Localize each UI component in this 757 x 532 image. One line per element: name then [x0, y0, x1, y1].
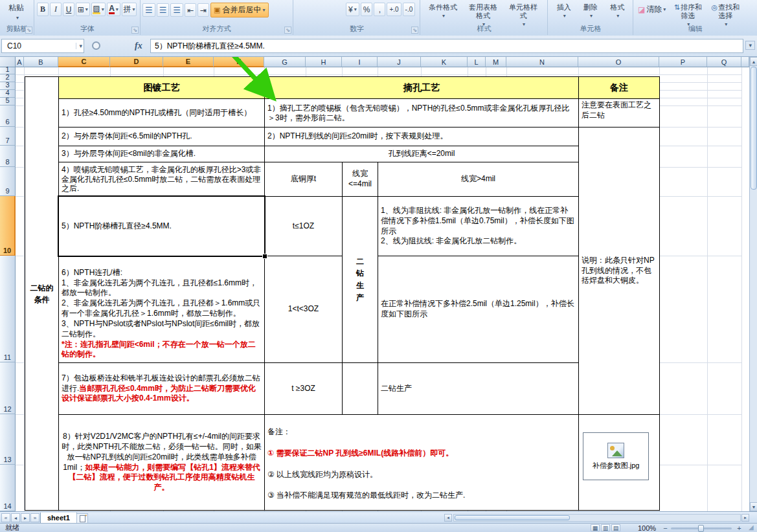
column-header-E[interactable]: E [163, 57, 214, 67]
increase-decimal-button[interactable]: +.0 [387, 3, 401, 16]
formula-input[interactable]: 5）NPTH阶梯槽孔直径≥4.5MM. [150, 39, 743, 53]
hscroll-thumb[interactable] [455, 515, 570, 520]
format-cells-button[interactable]: 格式▾ [606, 3, 629, 21]
tab-scroll-last-button[interactable]: » [30, 513, 40, 522]
normal-view-button[interactable]: ▦ [591, 524, 600, 531]
vscroll-thumb[interactable] [751, 67, 757, 190]
column-header-partial[interactable] [741, 57, 749, 67]
resize-grip-icon[interactable]: ◢ [749, 524, 756, 531]
align-right-button[interactable]: ☰ [170, 3, 183, 17]
tab-scroll-first-button[interactable]: « [1, 513, 10, 522]
insert-cells-button[interactable]: 插入▾ [552, 3, 575, 21]
row-header-14[interactable]: 14 [0, 465, 16, 511]
vertical-scrollbar[interactable]: ▲ ▼ [749, 57, 757, 511]
name-box[interactable]: C10 ▾ [1, 39, 84, 53]
paste-dropdown-icon[interactable]: ▾ [16, 15, 19, 21]
page-layout-view-button[interactable]: ▥ [601, 524, 610, 531]
header-remark[interactable]: 备注 [578, 76, 660, 99]
embedded-object[interactable]: 补偿参数图.jpg [583, 432, 649, 480]
alignment-dialog-launcher-icon[interactable]: ⇘ [284, 27, 291, 34]
vscroll-up-button[interactable]: ▲ [750, 57, 757, 66]
fill-handle[interactable] [262, 254, 267, 259]
zoom-slider[interactable] [671, 527, 732, 529]
cell-hole-r1[interactable]: 1）摘孔工艺的喷锡板（包含无铅喷锡），NPTH的孔径≤0.5mm或非金属化孔板厚… [264, 98, 579, 127]
column-header-I[interactable]: I [342, 57, 378, 67]
decrease-indent-button[interactable]: ⇤ [185, 3, 196, 17]
clipboard-dialog-launcher-icon[interactable]: ⇘ [25, 27, 32, 34]
align-left-button[interactable]: ☰ [142, 3, 155, 17]
zoom-slider-thumb[interactable] [698, 525, 704, 532]
column-header-D[interactable]: D [110, 57, 163, 67]
column-header-F[interactable]: F [214, 57, 264, 67]
cell-r7-empty[interactable] [342, 362, 378, 415]
cell-plating-r4[interactable]: 4）喷锡或无铅喷锡工艺，非金属化孔的板厚孔径比>3或非金属化孔钻孔孔径≤0.5m… [58, 162, 265, 197]
column-header-K[interactable]: K [421, 57, 468, 67]
column-header-N[interactable]: N [506, 57, 578, 67]
cell-plating-r1[interactable]: 1）孔径≥4.50mm的NPTH孔或槽孔（同时适用于槽长） [58, 98, 265, 127]
insert-worksheet-button[interactable] [76, 513, 88, 524]
row-header-12[interactable]: 12 [0, 362, 16, 414]
header-plating-process[interactable]: 图镀工艺 [58, 76, 265, 99]
cell-plating-r5-selected[interactable]: 5）NPTH阶梯槽孔直径≥4.5MM. [58, 196, 265, 256]
cell-plating-r7[interactable]: 7）包边板桥连处和铣半孔板连处设计的邮票孔必须放二钻进行.当邮票孔孔径≤0.4m… [58, 362, 265, 415]
formula-bar-expand-icon[interactable]: ▾ [745, 41, 755, 50]
increase-indent-button[interactable]: ⇥ [198, 3, 209, 17]
column-header-B[interactable]: B [24, 57, 58, 67]
decrease-decimal-button[interactable]: -.0 [403, 3, 416, 16]
column-header-L[interactable]: L [468, 57, 486, 67]
insert-function-button[interactable] [92, 41, 100, 50]
conditional-formatting-button[interactable]: 条件格式▾ [425, 3, 461, 21]
align-center-button[interactable]: ☰ [157, 3, 170, 17]
cell-second-drill-conditions[interactable]: 二钻的条件 [25, 76, 59, 511]
fx-icon[interactable]: fx [135, 41, 142, 51]
column-header-M[interactable]: M [486, 57, 506, 67]
fill-color-button[interactable]: ▨▾ [91, 3, 106, 16]
number-dialog-launcher-icon[interactable]: ⇘ [411, 27, 418, 34]
hscroll-right-button[interactable]: ▸ [741, 514, 749, 522]
page-break-view-button[interactable]: ▤ [611, 524, 620, 531]
row-header-5[interactable]: 5 [0, 98, 16, 105]
borders-button[interactable]: ⊞▾ [76, 3, 90, 16]
cell-plating-r3[interactable]: 3）与外层导体间距<8mil的非金属化槽. [58, 146, 265, 162]
merge-center-button[interactable]: ▣ 合并后居中 ▾ [210, 3, 268, 17]
tab-scroll-prev-button[interactable]: ◂ [11, 513, 20, 522]
row-header-8[interactable]: 8 [0, 146, 16, 167]
row-header-7[interactable]: 7 [0, 127, 16, 146]
cell-plating-r8[interactable]: 8）针对V2D1/V2MC客户的NPTH孔有≤+/-4mil的间距要求时，此类N… [58, 414, 265, 511]
bold-button[interactable]: B [37, 3, 49, 16]
name-box-dropdown-icon[interactable]: ▾ [76, 43, 82, 49]
column-header-C[interactable]: C [58, 57, 110, 67]
cell-r6-desc[interactable]: 在正常补偿情况下多补偿2.5mil（单边1.25mil），补偿长度如下图所示 [378, 256, 579, 363]
hscroll-track[interactable] [453, 514, 741, 522]
cell-r5-desc[interactable]: 1、线为非阻抗线: 非金属化孔放一钻制作，线在正常补偿情况下多补偿1.5mil（… [378, 196, 579, 256]
hscroll-left-button[interactable]: ◂ [444, 514, 452, 522]
clear-button[interactable]: ◪清除▾ [636, 3, 668, 16]
cell-note-merged[interactable]: 说明：此条只针对NP孔到线的情况，不包括焊盘和大铜皮。 [578, 127, 660, 415]
cell-t2[interactable]: 1<t<3OZ [264, 256, 343, 363]
row-header-10[interactable]: 10 [0, 196, 16, 256]
font-dialog-launcher-icon[interactable]: ⇘ [131, 27, 139, 34]
underline-button[interactable]: U [63, 3, 74, 16]
row-header-13[interactable]: 13 [0, 414, 16, 465]
row-header-9[interactable]: 9 [0, 167, 16, 196]
cell-hole-r3[interactable]: 孔到线距离<=20mil [264, 146, 579, 162]
column-header-O[interactable]: O [578, 57, 659, 67]
cell-hole-r2[interactable]: 2）NPTH孔到线的间距≤20mil时，按下表规则处理。 [264, 127, 579, 146]
cell-linewidth-big-header[interactable]: 线宽>4mil [378, 162, 579, 197]
column-header-G[interactable]: G [264, 57, 306, 67]
cell-second-drill-vertical[interactable]: 二钻生产 [342, 196, 378, 363]
font-color-button[interactable]: A▾ [107, 3, 120, 16]
cell-t1[interactable]: t≤1OZ [264, 196, 343, 256]
accounting-format-button[interactable]: ¥▾ [346, 3, 359, 16]
vscroll-down-button[interactable]: ▼ [750, 502, 757, 511]
cell-linewidth-small-header[interactable]: 线宽 <=4mil [342, 162, 378, 197]
percent-style-button[interactable]: % [361, 3, 373, 16]
cell-plating-r2[interactable]: 2）与外层导体间距<6.5mil的NPTH孔. [58, 127, 265, 146]
sheet-tab-sheet1[interactable]: sheet1 [40, 513, 77, 524]
cell-note-r1[interactable]: 注意要在表面工艺之后二钻 [578, 98, 660, 127]
column-header-J[interactable]: J [378, 57, 421, 67]
phonetic-button[interactable]: 拼▾ [122, 3, 137, 16]
delete-cells-button[interactable]: 删除▾ [579, 3, 602, 21]
column-header-Q[interactable]: Q [707, 57, 741, 67]
cell-copper-header[interactable]: 底铜厚t [264, 162, 343, 197]
